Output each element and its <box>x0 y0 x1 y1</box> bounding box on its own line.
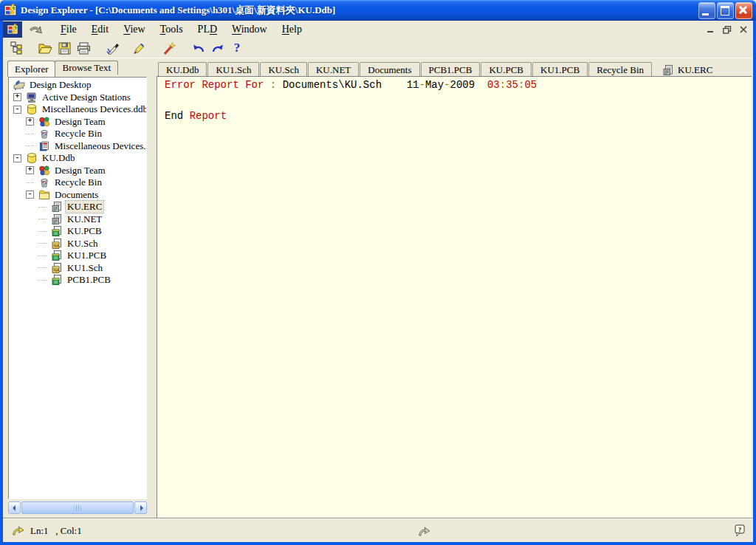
document-arrow-icon <box>27 20 47 40</box>
open-button[interactable] <box>35 39 55 57</box>
tree-item-label: KU.Ddb <box>41 152 76 164</box>
tree-item-ku1-sch[interactable]: KU1.Sch <box>9 262 146 275</box>
menu-file[interactable]: File <box>53 21 84 38</box>
tree-item-documents[interactable]: -Documents <box>9 189 146 202</box>
doc-tab-ku-net[interactable]: KU.NET <box>308 62 359 77</box>
collapse-icon[interactable]: - <box>13 154 21 162</box>
tree-item-ku1-pcb[interactable]: KU1.PCB <box>9 250 146 262</box>
titlebar[interactable]: Design Explorer - [C:\Documents and Sett… <box>0 0 756 21</box>
save-button[interactable] <box>55 39 74 57</box>
tree-item-ku-ddb[interactable]: -KU.Ddb <box>9 152 146 165</box>
menu-items: FileEditViewToolsPLDWindowHelp <box>53 21 309 38</box>
doc-tab-pcb1-pcb[interactable]: PCB1.PCB <box>421 62 481 77</box>
help-bubble-icon[interactable]: ? <box>734 524 746 537</box>
explorer-tree-icon <box>10 41 24 55</box>
tree-guide-line <box>26 145 34 146</box>
mdi-minimize-button[interactable] <box>704 24 718 35</box>
maximize-button[interactable] <box>717 2 734 19</box>
print-button[interactable] <box>74 39 93 57</box>
team-icon <box>38 116 50 128</box>
window-border-left <box>0 21 3 545</box>
editor-line <box>165 90 752 100</box>
pencil-icon <box>131 41 145 55</box>
redo-button[interactable] <box>208 39 227 57</box>
tree-item-ku-pcb[interactable]: KU.PCB <box>9 225 146 238</box>
open-folder-icon <box>38 42 52 55</box>
mdi-minimize-icon <box>707 26 715 33</box>
menu-window[interactable]: Window <box>224 21 275 38</box>
doc-tab-ku-pcb[interactable]: KU.PCB <box>481 62 532 77</box>
expand-icon[interactable]: + <box>26 166 34 174</box>
menu-tools[interactable]: Tools <box>153 21 190 38</box>
menu-edit[interactable]: Edit <box>84 21 116 38</box>
tree-item-label: KU.NET <box>66 213 103 225</box>
doc-pcb-icon <box>51 274 63 286</box>
document-system-menu[interactable] <box>3 21 22 38</box>
tree-item-recycle-bin[interactable]: Recycle Bin <box>9 128 146 140</box>
wizard-button[interactable] <box>159 39 179 57</box>
status-arrow-disabled-icon <box>418 525 430 538</box>
tree-item-label: Recycle Bin <box>53 176 103 188</box>
expand-icon[interactable]: + <box>13 93 21 101</box>
window-border-bottom <box>0 542 756 545</box>
doc-tab-recycle-bin[interactable]: Recycle Bin <box>588 62 652 77</box>
explorer-tree-button[interactable] <box>7 39 27 57</box>
tree-guide-line <box>38 231 47 232</box>
tree-item-ku-sch[interactable]: KU.Sch <box>9 238 146 250</box>
scroll-left-button[interactable] <box>8 501 21 514</box>
tab-row: ExplorerBrowse Text KU.DdbKU1.SchKU.SchK… <box>3 58 753 77</box>
scroll-thumb[interactable] <box>21 501 134 514</box>
tree-item-label: Design Team <box>53 165 107 176</box>
doc-tab-ku-erc[interactable]: KU.ERC <box>653 62 722 77</box>
maximize-icon <box>721 6 729 16</box>
undo-button[interactable] <box>189 39 208 57</box>
tree-item-design-team[interactable]: +Design Team <box>9 165 146 177</box>
project-tree-panel[interactable]: Design Desktop+Active Design Stations-Mi… <box>8 77 147 499</box>
window-title: Design Explorer - [C:\Documents and Sett… <box>21 4 697 17</box>
collapse-icon[interactable]: - <box>26 191 34 199</box>
tree-item-miscellaneous-devices-ddb[interactable]: -Miscellaneous Devices.ddb <box>9 103 146 116</box>
mdi-close-button[interactable] <box>736 24 750 35</box>
knife-icon <box>106 41 120 55</box>
draw-tool-button[interactable] <box>128 39 148 57</box>
tree-item-pcb1-pcb[interactable]: PCB1.PCB <box>9 274 146 287</box>
lib-icon <box>38 140 50 152</box>
document-app-icon <box>7 24 18 35</box>
tree-item-ku-net[interactable]: KU.NET <box>9 213 146 226</box>
doc-tab-ku-ddb[interactable]: KU.Ddb <box>158 62 207 77</box>
collapse-icon[interactable]: - <box>13 106 21 114</box>
tree-guide-line <box>38 256 47 256</box>
tree-item-active-design-stations[interactable]: +Active Design Stations <box>9 92 146 104</box>
tree-item-design-desktop[interactable]: Design Desktop <box>9 79 146 92</box>
tree-guide-line <box>38 219 47 219</box>
doc-tab-ku1-pcb[interactable]: KU1.PCB <box>532 62 588 77</box>
tree-item-label: Design Team <box>53 116 107 128</box>
menu-view[interactable]: View <box>116 21 153 38</box>
doc-tab-ku-sch[interactable]: KU.Sch <box>260 62 307 77</box>
menu-pld[interactable]: PLD <box>190 21 224 38</box>
scroll-right-button[interactable] <box>134 501 147 514</box>
scroll-right-icon <box>140 505 143 511</box>
tree-item-miscellaneous-devices-lib[interactable]: Miscellaneous Devices.lib <box>9 140 146 153</box>
tree-item-design-team[interactable]: +Design Team <box>9 116 146 128</box>
doc-tab-documents[interactable]: Documents <box>360 62 419 77</box>
help-button[interactable]: ? <box>227 39 247 57</box>
knife-tool-button[interactable] <box>103 39 123 57</box>
ddb-icon <box>26 152 38 164</box>
mdi-restore-button[interactable] <box>720 24 734 35</box>
doc-tab-ku1-sch[interactable]: KU1.Sch <box>207 62 259 77</box>
design-explorer-window: Design Explorer - [C:\Documents and Sett… <box>0 0 756 545</box>
menu-help[interactable]: Help <box>275 21 309 38</box>
tree-item-label: Miscellaneous Devices.lib <box>53 140 147 152</box>
minimize-button[interactable] <box>698 2 715 19</box>
close-button[interactable] <box>735 2 752 19</box>
document-tabs: KU.DdbKU1.SchKU.SchKU.NETDocumentsPCB1.P… <box>158 62 723 77</box>
minimize-icon <box>702 13 709 16</box>
editor-text: Error Report For : Documents\KU.Sch 11-M… <box>165 80 752 121</box>
panel-tab-explorer[interactable]: Explorer <box>7 61 55 77</box>
tree-item-ku-erc[interactable]: KU.ERC <box>9 201 146 213</box>
tree-item-recycle-bin[interactable]: Recycle Bin <box>9 176 146 189</box>
panel-tab-browse-text[interactable]: Browse Text <box>55 61 118 75</box>
expand-icon[interactable]: + <box>26 117 34 126</box>
error-report-editor[interactable]: Error Report For : Documents\KU.Sch 11-M… <box>157 76 752 518</box>
